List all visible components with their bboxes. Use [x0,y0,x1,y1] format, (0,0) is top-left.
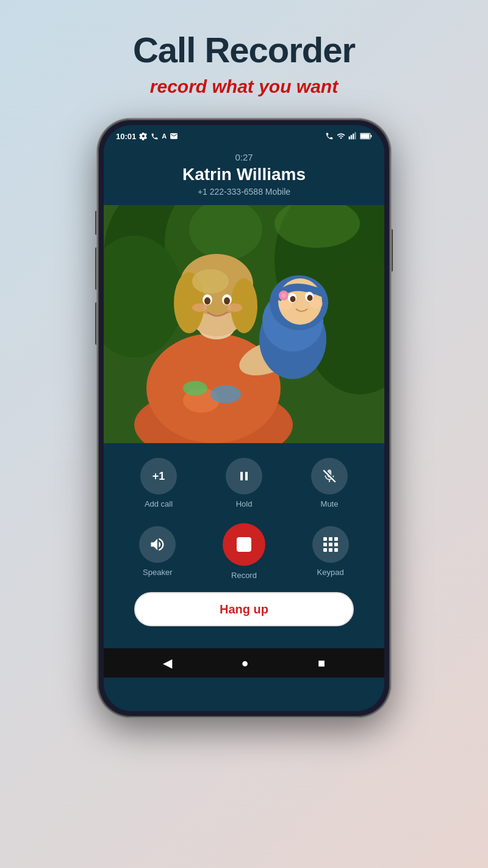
svg-rect-5 [361,134,370,138]
contact-photo-svg [104,205,384,443]
svg-rect-1 [351,135,352,139]
svg-rect-0 [349,137,350,140]
phone-screen: 10:01 A 0:27 Katrin Williams +1 222-333- [104,125,384,711]
svg-point-41 [290,296,296,302]
keypad-icon [312,526,349,563]
record-label: Record [231,571,257,580]
speaker-label: Speaker [143,568,172,577]
svg-point-18 [210,385,241,403]
record-icon [223,523,265,566]
grid-dot [334,548,338,552]
svg-point-42 [307,295,313,301]
home-button[interactable]: ● [241,656,248,670]
hold-icon [226,458,262,494]
record-stop-symbol [237,537,251,552]
call-record-icon [325,132,334,140]
add-call-button[interactable]: +1 Add call [140,458,177,508]
svg-point-31 [228,303,242,312]
grid-dot [329,543,332,546]
add-call-label: Add call [145,499,173,508]
mute-button[interactable]: Mute [311,458,348,508]
grid-dot [329,537,332,541]
wifi-icon [337,132,345,140]
battery-icon [360,132,372,140]
status-right [325,132,372,140]
hang-up-label: Hang up [220,602,268,617]
accessibility-icon: A [162,132,167,140]
add-call-icon: +1 [140,458,177,494]
controls-row-2: Speaker Record [116,523,372,580]
status-left: 10:01 A [116,132,178,141]
page-title: Call Recorder [133,29,355,70]
hold-button[interactable]: Hold [226,458,262,508]
svg-rect-6 [370,135,371,137]
signal-icon [348,132,357,140]
contact-photo [104,205,384,443]
phone-frame: 10:01 A 0:27 Katrin Williams +1 222-333- [98,119,390,717]
keypad-label: Keypad [317,568,344,577]
call-controls: +1 Add call Hold [104,443,384,648]
call-info: 0:27 Katrin Williams +1 222-333-6588 Mob… [104,147,384,205]
svg-point-44 [309,299,323,309]
record-button[interactable]: Record [223,523,265,580]
status-time: 10:01 [116,132,136,141]
svg-point-38 [281,293,286,298]
gear-icon [139,132,148,140]
svg-rect-3 [354,132,356,140]
svg-point-28 [204,297,210,305]
recents-button[interactable]: ■ [318,656,325,670]
mute-icon [311,458,348,494]
mute-label: Mute [321,499,339,508]
caller-number: +1 222-333-6588 Mobile [116,187,372,197]
controls-row-1: +1 Add call Hold [116,458,372,508]
phone-status-icon [151,132,159,140]
grid-dot [334,543,338,546]
navigation-bar: ◀ ● ■ [104,648,384,678]
speaker-icon [139,526,176,563]
svg-point-30 [192,303,207,312]
hang-up-button[interactable]: Hang up [134,592,354,626]
email-icon [170,132,178,140]
page-subtitle: record what you want [150,76,338,97]
grid-dot [323,543,327,546]
grid-dot [329,548,332,552]
call-duration: 0:27 [116,152,372,162]
svg-point-43 [279,300,292,310]
back-button[interactable]: ◀ [163,656,172,670]
hold-label: Hold [236,499,253,508]
grid-dot [323,537,327,541]
svg-point-25 [192,269,229,294]
grid-dot [334,537,338,541]
svg-point-29 [224,297,230,305]
caller-name: Katrin Williams [116,165,372,184]
grid-dot [323,548,327,552]
svg-rect-2 [353,134,354,139]
keypad-button[interactable]: Keypad [312,526,349,577]
front-camera [239,130,249,140]
phone-mockup: 10:01 A 0:27 Katrin Williams +1 222-333- [98,119,390,717]
speaker-button[interactable]: Speaker [139,526,176,577]
svg-point-19 [183,381,207,396]
